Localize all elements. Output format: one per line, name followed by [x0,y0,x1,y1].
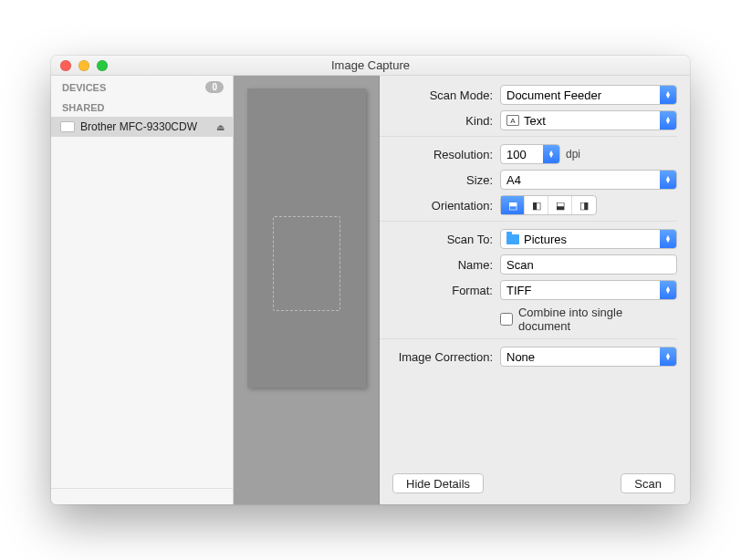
orientation-portrait-flip[interactable]: ⬓ [548,196,572,214]
scan-mode-value: Document Feeder [506,88,601,102]
orientation-landscape-left[interactable]: ◧ [525,196,548,214]
name-label: Name: [380,258,500,272]
image-correction-value: None [506,350,535,364]
scan-mode-label: Scan Mode: [380,88,500,102]
format-label: Format: [380,284,500,297]
chevron-updown-icon: ▲▼ [660,86,676,104]
devices-count-badge: 0 [205,81,224,93]
preview-pane [234,76,380,504]
kind-value: Text [524,114,546,128]
close-button[interactable] [60,60,71,71]
size-value: A4 [506,173,521,187]
button-bar: Hide Details Scan [380,466,677,495]
chevron-updown-icon: ▲▼ [543,145,559,163]
format-value: TIFF [506,284,531,297]
name-field[interactable] [500,254,677,275]
sidebar-devices-header: DEVICES 0 [51,76,233,97]
settings-pane: Scan Mode: Document Feeder ▲▼ Kind: A Te… [380,76,690,504]
titlebar: Image Capture [51,56,690,76]
hide-details-button[interactable]: Hide Details [392,473,484,493]
image-correction-label: Image Correction: [380,350,500,364]
separator [380,221,677,222]
sidebar-device-row[interactable]: Brother MFC-9330CDW ⏏ [51,117,233,137]
orientation-portrait[interactable]: ⬒ [501,196,525,214]
sidebar-shared-header: SHARED [51,97,233,117]
window-controls [51,60,108,71]
sidebar: DEVICES 0 SHARED Brother MFC-9330CDW ⏏ [51,76,234,504]
chevron-updown-icon: ▲▼ [660,281,676,299]
resolution-select[interactable]: 100 ▲▼ [500,144,560,164]
eject-icon[interactable]: ⏏ [215,122,225,132]
preview-page[interactable] [247,88,366,388]
orientation-landscape-right[interactable]: ◨ [572,196,596,214]
size-select[interactable]: A4 ▲▼ [500,170,677,190]
text-icon: A [506,115,519,126]
scan-to-select[interactable]: Pictures ▲▼ [500,229,677,249]
scan-mode-select[interactable]: Document Feeder ▲▼ [500,85,677,105]
minimize-button[interactable] [78,60,89,71]
scan-to-value: Pictures [524,233,567,246]
image-correction-select[interactable]: None ▲▼ [500,347,677,367]
resolution-value: 100 [506,148,527,161]
chevron-updown-icon: ▲▼ [660,230,676,248]
orientation-segmented: ⬒ ◧ ⬓ ◨ [500,195,597,215]
size-label: Size: [380,173,500,187]
combine-checkbox-input[interactable] [500,313,513,326]
kind-select[interactable]: A Text ▲▼ [500,110,677,130]
chevron-updown-icon: ▲▼ [660,171,676,189]
separator [380,338,677,339]
folder-icon [506,234,519,244]
devices-label: DEVICES [62,82,106,93]
chevron-updown-icon: ▲▼ [660,111,676,130]
sidebar-footer [51,488,233,504]
separator [380,136,677,137]
shared-label: SHARED [62,102,104,113]
scan-button[interactable]: Scan [621,473,675,493]
resolution-unit: dpi [566,148,580,161]
scan-to-label: Scan To: [380,233,500,246]
combine-checkbox[interactable]: Combine into single document [500,306,677,333]
window-title: Image Capture [51,58,690,72]
resolution-label: Resolution: [380,148,500,161]
printer-icon [60,121,75,132]
combine-label: Combine into single document [518,306,677,333]
zoom-button[interactable] [97,60,108,71]
chevron-updown-icon: ▲▼ [660,347,676,366]
scan-region-rect[interactable] [273,216,340,311]
format-select[interactable]: TIFF ▲▼ [500,280,677,300]
orientation-label: Orientation: [380,199,500,213]
device-name: Brother MFC-9330CDW [80,120,197,133]
window: Image Capture DEVICES 0 SHARED Brother M… [51,56,690,504]
kind-label: Kind: [380,114,500,128]
